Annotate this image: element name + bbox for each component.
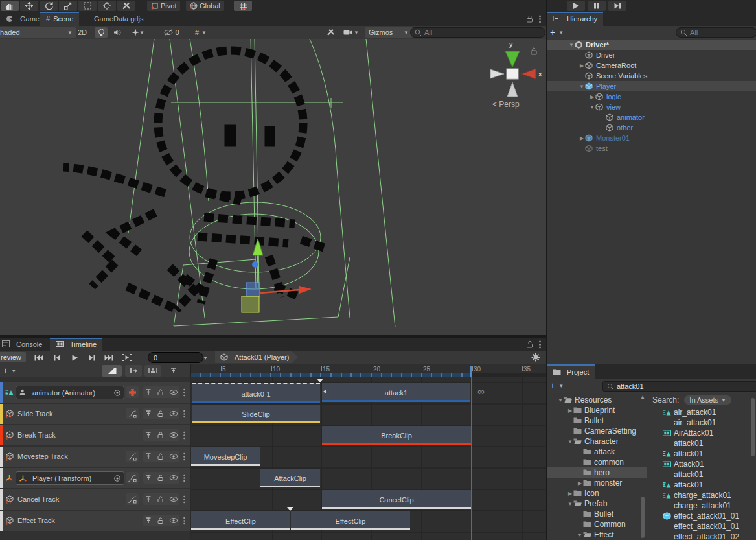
track-curves-button[interactable] bbox=[126, 408, 139, 419]
project-search-input[interactable]: attack01 bbox=[602, 381, 756, 392]
track-eye-button[interactable] bbox=[169, 474, 178, 482]
track-mute-button[interactable] bbox=[144, 495, 152, 503]
tab-game[interactable]: Game bbox=[0, 12, 45, 26]
timeline-marker[interactable] bbox=[317, 379, 323, 382]
result-item[interactable]: air_attack01 bbox=[647, 407, 756, 417]
track-eye-button[interactable] bbox=[169, 495, 178, 503]
hierarchy-item-cameraroot[interactable]: ▶CameraRoot bbox=[547, 60, 756, 71]
lock-icon[interactable] bbox=[526, 340, 533, 348]
result-item[interactable]: effect_attack01_02 bbox=[647, 532, 756, 540]
track-kebab-button[interactable] bbox=[183, 474, 185, 482]
frame-dropdown-icon[interactable]: ▼ bbox=[203, 355, 208, 361]
gizmos-dropdown[interactable]: Gizmos▼ bbox=[365, 27, 413, 38]
project-add-button[interactable]: +▼ bbox=[550, 381, 564, 391]
tab-project[interactable]: Project bbox=[547, 364, 595, 379]
project-folder-monster[interactable]: ▶monster bbox=[547, 478, 647, 488]
axis-x-label[interactable]: x bbox=[538, 70, 542, 78]
track-header-cancel-track[interactable]: {}Cancel Track bbox=[0, 489, 190, 510]
track-eye-button[interactable] bbox=[169, 431, 178, 439]
track-mute-button[interactable] bbox=[144, 410, 152, 417]
tab-hierarchy[interactable]: Hierarchy bbox=[547, 12, 603, 26]
clip-cancelclip[interactable]: CancelClip bbox=[322, 490, 471, 509]
track-kebab-button[interactable] bbox=[183, 495, 185, 504]
ripple-mode-button[interactable] bbox=[144, 365, 161, 377]
tab-scene[interactable]: # Scene bbox=[40, 12, 79, 26]
timeline-ruler[interactable]: 5101520253035 bbox=[191, 364, 546, 377]
project-folder-character[interactable]: ▼Character bbox=[547, 436, 647, 447]
track-kebab-button[interactable] bbox=[183, 410, 185, 418]
frame-field[interactable]: 0 bbox=[148, 352, 203, 363]
axis-y-label[interactable]: y bbox=[509, 40, 513, 48]
timeline-goto-end-button[interactable] bbox=[101, 352, 117, 363]
preview-toggle-button[interactable]: review bbox=[0, 352, 26, 362]
track-mute-button[interactable] bbox=[144, 474, 152, 482]
move-tool-button[interactable] bbox=[20, 1, 38, 11]
scene-camera-settings-button[interactable] bbox=[323, 27, 338, 38]
track-kebab-button[interactable] bbox=[183, 431, 185, 440]
timeline-end-marker[interactable] bbox=[470, 366, 472, 377]
timeline-prev-frame-button[interactable] bbox=[49, 352, 65, 363]
track-curves-button[interactable] bbox=[126, 493, 139, 505]
mix-mode-button[interactable] bbox=[125, 365, 142, 377]
clip-movestepclip[interactable]: MovestepClip bbox=[191, 447, 260, 466]
tab-gamedata[interactable]: GameData.gdjs bbox=[88, 12, 149, 26]
track-curves-button[interactable] bbox=[126, 451, 139, 462]
expander-down-icon[interactable]: ▼ bbox=[568, 42, 575, 48]
timeline-next-frame-button[interactable] bbox=[84, 352, 100, 363]
scene-grid-dropdown[interactable]: #▼ bbox=[189, 27, 212, 38]
track-header-movestep-track[interactable]: {}Movestep Track bbox=[0, 447, 190, 467]
track-eye-button[interactable] bbox=[169, 388, 178, 396]
scene-view-camera-dropdown[interactable]: ▼ bbox=[341, 27, 361, 38]
track-object-field[interactable]: animator (Animator) bbox=[16, 386, 124, 399]
project-folder-icon[interactable]: ▶Icon bbox=[547, 488, 647, 499]
track-kebab-button[interactable] bbox=[183, 388, 185, 397]
hand-tool-button[interactable] bbox=[1, 1, 19, 11]
result-item[interactable]: attack01 bbox=[647, 438, 756, 449]
hierarchy-search-input[interactable]: All bbox=[676, 27, 756, 38]
hierarchy-item-test[interactable]: test bbox=[547, 143, 756, 154]
expander-down-icon[interactable]: ▼ bbox=[577, 532, 583, 538]
clip-slideclip[interactable]: SlideClip bbox=[192, 405, 320, 423]
perspective-toggle[interactable]: < Persp bbox=[492, 100, 520, 109]
project-folder-camerasetting[interactable]: CameraSetting bbox=[547, 426, 647, 436]
project-folder-blueprint[interactable]: ▶Blueprint bbox=[547, 405, 647, 416]
track-eye-button[interactable] bbox=[169, 410, 178, 417]
clip-effectclip[interactable]: EffectClip bbox=[291, 511, 410, 530]
tree-scrollbar-thumb[interactable] bbox=[641, 497, 645, 538]
track-mute-button[interactable] bbox=[144, 452, 152, 460]
track-mute-button[interactable] bbox=[144, 431, 152, 439]
hierarchy-item-monster01[interactable]: ▶Monster01 bbox=[547, 133, 756, 143]
expander-right-icon[interactable]: ▶ bbox=[577, 480, 583, 486]
track-lock-button[interactable] bbox=[157, 495, 165, 503]
scale-tool-button[interactable] bbox=[59, 1, 77, 11]
clip-attackclip[interactable]: AttackClip bbox=[260, 469, 320, 487]
hierarchy-item-scene-variables[interactable]: Scene Variables bbox=[547, 71, 756, 81]
track-lock-button[interactable] bbox=[157, 410, 165, 417]
track-header-animator-animator-[interactable]: animator (Animator) bbox=[0, 382, 190, 403]
result-item[interactable]: Attack01 bbox=[647, 459, 756, 469]
project-folder-resources[interactable]: ▼Resources bbox=[547, 395, 647, 405]
timeline-play-button[interactable] bbox=[67, 352, 83, 363]
result-item[interactable]: attack01 bbox=[647, 449, 756, 459]
timeline-marker[interactable] bbox=[287, 507, 293, 511]
track-eye-button[interactable] bbox=[169, 517, 178, 524]
track-eye-button[interactable] bbox=[169, 452, 178, 460]
expander-down-icon[interactable]: ▼ bbox=[578, 84, 585, 89]
timeline-settings-button[interactable] bbox=[531, 353, 540, 362]
tab-console[interactable]: Console bbox=[0, 338, 48, 351]
track-lock-button[interactable] bbox=[157, 452, 165, 460]
expander-down-icon[interactable]: ▼ bbox=[589, 104, 595, 110]
track-header-effect-track[interactable]: {}Effect Track bbox=[0, 511, 190, 531]
hierarchy-item-driver[interactable]: Driver bbox=[547, 50, 756, 60]
kebab-menu-icon[interactable] bbox=[539, 340, 541, 349]
track-mute-button[interactable] bbox=[144, 388, 152, 396]
global-toggle-button[interactable]: Global bbox=[186, 1, 224, 11]
result-item[interactable]: charge_attack01 bbox=[647, 500, 756, 511]
expander-right-icon[interactable]: ▶ bbox=[589, 94, 595, 100]
shading-mode-dropdown[interactable]: haded▼ bbox=[0, 27, 76, 38]
hierarchy-item-animator[interactable]: animator bbox=[547, 112, 756, 123]
project-folder-bullet[interactable]: Bullet bbox=[547, 416, 647, 426]
project-folder-common[interactable]: Common bbox=[547, 519, 647, 530]
kebab-menu-icon[interactable] bbox=[539, 15, 541, 23]
track-header-break-track[interactable]: {}Break Track bbox=[0, 425, 190, 445]
